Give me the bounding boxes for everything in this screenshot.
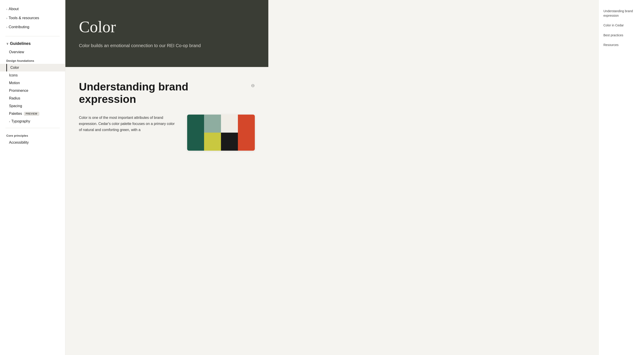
sidebar-item-label: Palettes (9, 112, 22, 116)
sidebar-item-tools[interactable]: › Tools & resources (0, 14, 65, 22)
color-swatch-cream (221, 114, 238, 132)
main-content: Color Color builds an emotional connecti… (66, 0, 644, 355)
sidebar-item-icons[interactable]: Icons (0, 72, 65, 79)
sidebar-item-label: Typography (11, 119, 30, 123)
sidebar-item-label: Accessibility (9, 140, 29, 144)
color-grid (187, 114, 255, 151)
sidebar-guidelines-header[interactable]: ∨ Guidelines (0, 39, 65, 48)
color-swatch-black (221, 132, 238, 151)
toc-item-color-in-cedar[interactable]: Color in Cedar (604, 21, 640, 30)
sidebar-divider (6, 36, 60, 36)
sidebar-item-label: Icons (9, 73, 18, 77)
guidelines-label: Guidelines (10, 41, 31, 46)
color-swatch-sage (204, 114, 221, 132)
sidebar-section-design-foundations: Design foundations (0, 56, 65, 64)
color-swatch-red-2 (238, 132, 255, 151)
sidebar-section-core-principles: Core principles (0, 131, 65, 139)
toc-item-understanding[interactable]: Understanding brand expression (604, 7, 640, 20)
sidebar: › About › Tools & resources › Contributi… (0, 0, 66, 355)
sidebar-item-overview[interactable]: Overview (0, 48, 65, 56)
sidebar-item-label: Overview (9, 50, 24, 54)
sidebar-item-motion[interactable]: Motion (0, 79, 65, 87)
hero-section: Color Color builds an emotional connecti… (66, 0, 268, 67)
sidebar-item-prominence[interactable]: Prominence (0, 87, 65, 94)
chevron-right-icon: › (6, 16, 7, 20)
color-swatch-red (238, 114, 255, 132)
sidebar-item-contributing[interactable]: › Contributing (0, 22, 65, 32)
sidebar-item-palettes[interactable]: Palettes PREVIEW (0, 110, 65, 118)
sidebar-item-color[interactable]: Color (0, 64, 65, 72)
sidebar-item-label: Spacing (9, 104, 22, 108)
chevron-right-icon: › (9, 120, 10, 123)
sidebar-item-label: Radius (9, 96, 20, 100)
color-swatch-yellow-green (204, 132, 221, 151)
section-title: Understanding brand expression (79, 80, 214, 105)
color-swatch-dark-green-2 (187, 132, 204, 151)
color-swatch-dark-green (187, 114, 204, 132)
section-text: Color is one of the most important attri… (79, 114, 176, 133)
sidebar-item-label: Prominence (9, 89, 28, 93)
section-header: Understanding brand expression ⊖ (79, 80, 255, 105)
table-of-contents: Understanding brand expression Color in … (599, 0, 644, 355)
section-content: Color is one of the most important attri… (79, 114, 255, 151)
toc-item-resources[interactable]: Resources (604, 40, 640, 50)
sidebar-item-label: Tools & resources (8, 16, 39, 20)
sidebar-top-section: › About › Tools & resources › Contributi… (0, 4, 65, 34)
toc-item-best-practices[interactable]: Best practices (604, 31, 640, 40)
sidebar-item-about[interactable]: › About (0, 4, 65, 14)
sidebar-item-label: Color (10, 66, 19, 70)
chevron-right-icon: › (6, 26, 7, 29)
sidebar-item-typography[interactable]: › Typography (0, 118, 65, 125)
sidebar-nav-items: Overview Design foundations Color Icons … (0, 48, 65, 125)
sidebar-item-label: Contributing (8, 25, 29, 29)
link-anchor-icon[interactable]: ⊖ (251, 83, 255, 88)
content-area: Color Color builds an emotional connecti… (66, 0, 268, 355)
sidebar-item-label: About (8, 7, 18, 11)
sidebar-item-radius[interactable]: Radius (0, 94, 65, 102)
hero-title: Color (79, 18, 255, 36)
preview-badge: PREVIEW (24, 112, 39, 116)
hero-subtitle: Color builds an emotional connection to … (79, 42, 203, 49)
chevron-right-icon: › (6, 8, 7, 11)
sidebar-item-accessibility[interactable]: Accessibility (0, 139, 65, 146)
content-body: Understanding brand expression ⊖ Color i… (66, 67, 268, 164)
sidebar-item-label: Motion (9, 81, 20, 85)
color-palette (187, 114, 255, 151)
sidebar-item-spacing[interactable]: Spacing (0, 102, 65, 110)
chevron-down-icon: ∨ (6, 42, 8, 45)
